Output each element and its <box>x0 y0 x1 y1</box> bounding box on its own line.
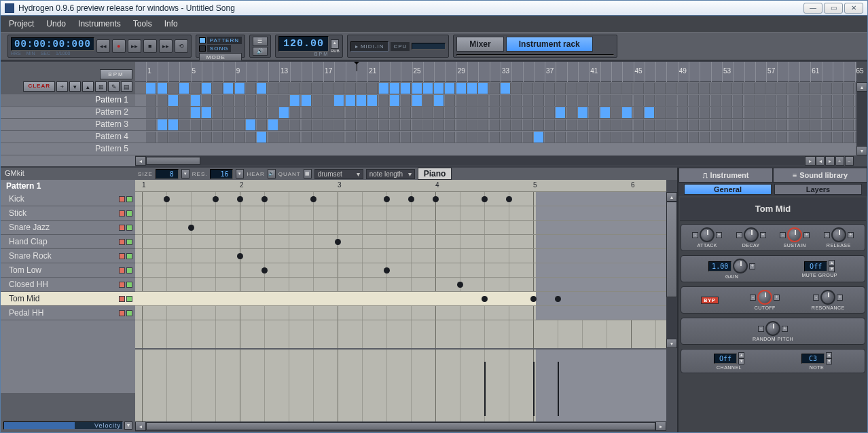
velocity-label: Velocity <box>94 422 121 429</box>
gain-knob[interactable] <box>733 259 748 274</box>
song-vscroll-up2[interactable]: ▴ <box>856 82 867 92</box>
instrument-row-4[interactable]: Snare Rock <box>1 249 135 263</box>
maximize-button[interactable]: ▭ <box>824 3 843 14</box>
play-button[interactable]: ▸▸ <box>128 39 141 53</box>
select-tool-button[interactable]: ⊞ <box>95 81 107 92</box>
instrument-row-5[interactable]: Tom Low <box>1 263 135 278</box>
pattern-name: Pattern 1 <box>1 180 135 192</box>
titlebar[interactable]: Hydrogen 0.9.6 preview release for windo… <box>1 1 867 16</box>
bypass-button[interactable]: BYP <box>701 297 718 304</box>
quant-toggle[interactable]: ▦ <box>304 169 312 178</box>
instrument-row-2[interactable]: Snare Jazz <box>1 221 135 235</box>
size-dropdown[interactable]: ▾ <box>181 169 189 178</box>
pattern-ruler[interactable]: 123456 <box>135 180 666 192</box>
velocity-indicator[interactable]: Velocity <box>3 421 123 430</box>
loop-button[interactable]: ⟲ <box>175 39 188 53</box>
layers-subtab[interactable]: Layers <box>774 184 862 195</box>
instrument-tab[interactable]: ⎍Instrument <box>679 168 773 183</box>
channel-value[interactable]: Off <box>714 354 737 364</box>
record-button[interactable]: ● <box>112 39 126 53</box>
mode-song-label[interactable]: SONG <box>207 45 232 52</box>
notelength-combo[interactable]: note length▾ <box>366 169 415 179</box>
pattern-grid[interactable] <box>135 192 666 348</box>
song-vscroll-down[interactable]: ▸ <box>825 156 834 166</box>
piano-button[interactable]: Piano <box>418 168 452 180</box>
pattern-row-4[interactable]: Pattern 5 <box>1 143 135 155</box>
res-dropdown[interactable]: ▾ <box>236 169 244 178</box>
mixer-button[interactable]: Mixer <box>456 37 503 52</box>
instrument-row-7[interactable]: Tom Mid <box>1 292 135 306</box>
quant-label: QUANT <box>278 171 301 177</box>
stop-button[interactable]: ■ <box>143 39 157 53</box>
midi-section: Off▴▾CHANNEL C3▴▾NOTE <box>681 349 865 373</box>
attack-knob[interactable] <box>700 227 715 242</box>
move-down-button[interactable]: ▾ <box>69 81 81 92</box>
instrument-row-1[interactable]: Stick <box>1 206 135 221</box>
pattern-hscroll[interactable]: ◂ ▸ <box>135 421 666 432</box>
release-knob[interactable] <box>831 227 846 242</box>
close-button[interactable]: ✕ <box>844 3 863 14</box>
song-editor: BPM CLEAR + ▾ ▴ ⊞ ✎ ▤ Pattern 1Pattern 2… <box>1 60 867 166</box>
rewind-button[interactable]: ◂◂ <box>96 39 110 53</box>
size-value[interactable]: 8 <box>156 169 179 179</box>
sustain-knob[interactable] <box>787 227 802 242</box>
instrument-name-display: Tom Mid <box>680 197 866 221</box>
instrument-row-8[interactable]: Pedal HH <box>1 306 135 320</box>
song-vscroll-up[interactable]: ◂ <box>816 156 825 166</box>
mute-group-value[interactable]: Off <box>804 261 827 271</box>
move-up-button[interactable]: ▴ <box>82 81 94 92</box>
midi-panel: ▸ MIDI-IN CPU <box>347 35 450 58</box>
song-ruler[interactable]: 1591317212529333741454953576165 <box>135 62 856 82</box>
song-add-button[interactable]: + <box>835 156 844 166</box>
speaker-button[interactable]: 🔊 <box>253 47 268 56</box>
minimize-button[interactable]: — <box>803 3 822 14</box>
pattern-vscroll[interactable]: ▴ ▾ <box>666 180 677 432</box>
menu-tools[interactable]: Tools <box>133 19 152 29</box>
menu-undo[interactable]: Undo <box>46 19 66 29</box>
pattern-editor: GMkit Pattern 1 KickStickSnare JazzHand … <box>1 166 867 432</box>
menu-instruments[interactable]: Instruments <box>78 19 121 29</box>
cpu-label: CPU <box>391 42 410 51</box>
res-value[interactable]: 16 <box>210 169 233 179</box>
clear-button[interactable]: CLEAR <box>23 81 55 92</box>
forward-button[interactable]: ▸▸ <box>159 39 173 53</box>
gain-value[interactable]: 1.00 <box>708 261 731 271</box>
velocity-dropdown[interactable]: ▾ <box>124 421 132 430</box>
layer-combo[interactable]: drumset▾ <box>314 169 363 179</box>
mode-panel: PATTERN SONG MODE <box>196 35 245 58</box>
song-grid[interactable] <box>135 82 856 155</box>
pattern-row-1[interactable]: Pattern 2 <box>1 107 135 119</box>
song-vscroll-down2[interactable]: ▾ <box>856 146 867 155</box>
velocity-grid[interactable] <box>135 348 666 421</box>
cutoff-knob[interactable] <box>757 290 772 305</box>
random-pitch-knob[interactable] <box>765 321 780 336</box>
hear-toggle[interactable]: 🔊 <box>268 169 276 178</box>
bpm-marker-button[interactable]: BPM <box>100 69 132 79</box>
menu-button[interactable]: ▤ <box>121 81 132 92</box>
decay-knob[interactable] <box>744 227 759 242</box>
bpm-panel: 120.00 BPM ▴ RUB <box>275 35 343 58</box>
sound-library-tab[interactable]: ≡Sound library <box>773 168 867 183</box>
song-hscroll[interactable]: ◂ ▸ ◂ ▸ + − <box>135 155 856 166</box>
mode-pattern-label[interactable]: PATTERN <box>207 37 242 44</box>
app-icon <box>5 3 14 13</box>
instrument-row-6[interactable]: Closed HH <box>1 278 135 292</box>
draw-tool-button[interactable]: ✎ <box>108 81 120 92</box>
res-label: RES. <box>192 171 208 177</box>
instrument-row-0[interactable]: Kick <box>1 192 135 206</box>
add-pattern-button[interactable]: + <box>56 81 68 92</box>
menu-project[interactable]: Project <box>9 19 34 29</box>
note-value[interactable]: C3 <box>801 354 825 364</box>
instrument-rack-button[interactable]: Instrument rack <box>506 37 593 52</box>
song-remove-button[interactable]: − <box>845 156 854 166</box>
instrument-row-3[interactable]: Hand Clap <box>1 235 135 249</box>
metronome-button[interactable]: ☰ <box>253 37 268 46</box>
menubar: Project Undo Instruments Tools Info <box>1 16 867 32</box>
menu-info[interactable]: Info <box>164 19 178 29</box>
bpm-display[interactable]: 120.00 <box>278 36 329 52</box>
pattern-row-2[interactable]: Pattern 3 <box>1 119 135 131</box>
pattern-row-3[interactable]: Pattern 4 <box>1 131 135 143</box>
general-subtab[interactable]: General <box>684 184 772 195</box>
resonance-knob[interactable] <box>820 290 835 305</box>
pattern-row-0[interactable]: Pattern 1 <box>1 94 135 107</box>
